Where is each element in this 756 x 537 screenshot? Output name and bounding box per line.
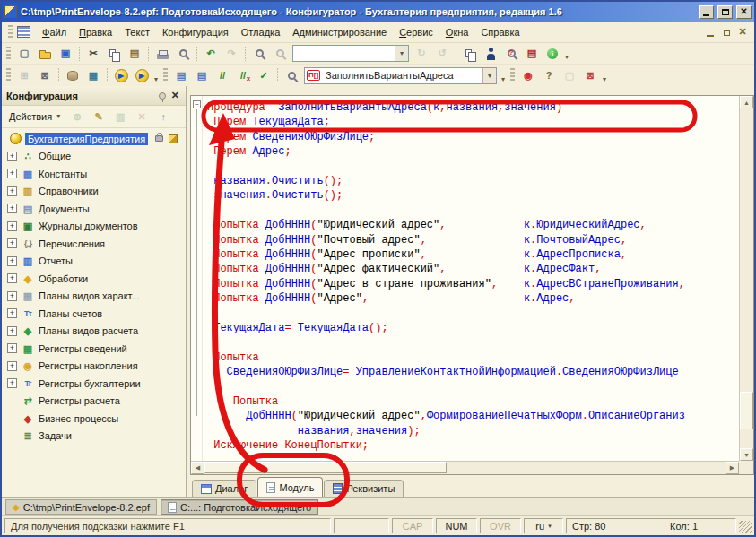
tree-item[interactable]: +▤Документы [2,200,186,218]
menu-item[interactable]: Администрирование [286,24,393,40]
syntax-help-button[interactable] [501,45,521,63]
info-button[interactable] [543,45,562,63]
toolbar-grip[interactable] [6,68,11,82]
vertical-scroll-thumb[interactable] [740,392,753,429]
windows-list-button[interactable] [460,45,480,63]
procedures-functions-button[interactable] [282,66,301,84]
tree-item-root[interactable]: БухгалтерияПредприятия [2,130,186,148]
tree-item[interactable]: +{..}Перечисления [2,235,186,253]
menu-item[interactable]: Окна [439,24,475,40]
tree-item[interactable]: +▦Планы видов характ... [2,288,186,306]
collapse-icon[interactable]: − [193,100,201,108]
add-bookmark-button[interactable]: ◉ [518,66,538,84]
tree-item[interactable]: ⇄Регистры расчета [2,393,186,411]
tree-item[interactable]: +▥Справочники [2,183,186,201]
expand-icon[interactable]: + [7,291,17,301]
tree-item[interactable]: +∴Общие [2,148,186,166]
tree-item[interactable]: +ТгРегистры бухгалтерии [2,375,186,393]
expand-icon[interactable]: + [7,238,17,248]
menu-item[interactable]: Отладка [235,24,286,40]
tree-item[interactable]: +◆Обработки [2,270,186,288]
toolbar-grip[interactable] [6,47,11,61]
actions-menu-button[interactable]: Действия ▾ [5,108,65,125]
add-object-button[interactable]: ⊕ [67,108,87,126]
hierarchy-button[interactable]: ⊞ [14,66,34,84]
tree-item[interactable]: +▦Константы [2,165,186,183]
expand-icon[interactable]: + [7,152,17,161]
code-text[interactable]: Процедура ЗаполнитьВариантыАдреса(к,назв… [204,96,739,461]
chevron-down-icon[interactable]: ▾ [601,74,608,86]
move-up-button[interactable]: ↑ [153,108,173,126]
cut-button[interactable]: ✂ [83,45,103,63]
expand-icon[interactable]: + [7,361,17,371]
procedure-combobox[interactable]: П[]ЗаполнитьВариантыАдреса▾ [304,67,497,84]
close-button[interactable]: ✕ [736,5,752,19]
toolbar-grip[interactable] [163,68,168,82]
delete-object-button[interactable]: ✕ [132,108,152,126]
panel-close-icon[interactable]: ✕ [169,90,181,101]
expand-icon[interactable]: + [7,326,17,336]
syntax-check-button[interactable]: ✓ [254,66,274,84]
expand-icon[interactable]: + [7,256,17,266]
open-file-button[interactable] [35,45,55,63]
close-window-button[interactable]: ⊠ [35,66,55,84]
copy-object-button[interactable]: ▥ [110,108,130,126]
code-editor[interactable]: − Процедура ЗаполнитьВариантыАдреса(к,на… [190,95,754,475]
tree-item[interactable]: +◉Регистры накопления [2,358,186,376]
menu-item[interactable]: Текст [118,24,156,40]
menu-item[interactable]: Конфигурация [156,24,235,40]
maximize-button[interactable] [717,5,733,19]
expand-icon[interactable]: + [7,186,17,196]
start-debug-button[interactable] [111,66,131,84]
chevron-down-icon[interactable]: ▾ [482,68,496,83]
save-button[interactable]: ▣ [56,45,75,63]
continue-debug-button[interactable] [132,66,152,84]
form-table-button[interactable]: ▦ [83,66,103,84]
comment-button[interactable]: // [213,66,232,84]
redo-button[interactable]: ↷ [222,45,241,63]
pin-icon[interactable] [159,92,166,100]
scroll-down-icon[interactable]: ▼ [740,448,753,461]
chevron-down-icon[interactable]: ▾ [395,46,408,61]
print-button[interactable] [152,45,172,63]
edit-object-button[interactable]: ✎ [89,108,109,126]
search-combobox[interactable]: ▾ [292,45,409,62]
expand-icon[interactable]: + [7,343,17,353]
minimize-button[interactable] [699,5,714,19]
window-tab[interactable]: C:...: ПодготовкаИсходящего [161,499,318,515]
tree-item[interactable]: +▣Журналы документов [2,218,186,236]
tree-item[interactable]: +▥Отчеты [2,253,186,271]
uncomment-button[interactable]: // [233,66,253,84]
expand-icon[interactable]: + [7,273,17,283]
print-preview-button[interactable] [173,45,193,63]
expand-icon[interactable]: + [7,204,17,213]
tree-item[interactable]: ◆Бизнес-процессы [2,410,186,428]
mdi-restore-button[interactable] [718,25,734,39]
search-button[interactable] [270,45,290,63]
find-next-button[interactable]: ↻ [412,45,431,63]
menu-item[interactable]: Справка [474,24,526,40]
new-file-button[interactable]: ▢ [14,45,34,63]
mdi-document-icon[interactable] [17,26,30,38]
toolbar-grip[interactable] [510,68,515,82]
chevron-down-icon[interactable]: ▾ [563,51,570,64]
text-templates-button[interactable]: ▤ [522,45,542,63]
tab-реквизиты[interactable]: Реквизиты [324,480,404,497]
tab-диалог[interactable]: Диалог [192,480,256,497]
resize-grip-icon[interactable] [739,521,752,533]
module-template-button-1[interactable]: ▤ [171,66,191,84]
menu-item[interactable]: Сервис [393,24,439,40]
paste-button[interactable]: ▤ [125,45,144,63]
configuration-check-button[interactable] [481,45,500,63]
mdi-close-button[interactable]: ✕ [734,25,751,39]
window-tab[interactable]: ◆C:\tmp\PrintEnvelope-8.2.epf [5,499,157,515]
horizontal-scroll-thumb[interactable] [204,462,447,473]
database-button[interactable] [63,66,83,84]
expand-icon[interactable]: + [7,221,17,231]
menu-item[interactable]: Правка [73,24,118,40]
horizontal-scrollbar[interactable]: ◀ ▶ [191,461,739,474]
toolbar-grip[interactable] [8,25,13,39]
copy-button[interactable] [104,45,124,63]
vertical-scrollbar[interactable]: ▲ ▼ [739,96,753,461]
scroll-right-icon[interactable]: ▶ [726,462,739,474]
